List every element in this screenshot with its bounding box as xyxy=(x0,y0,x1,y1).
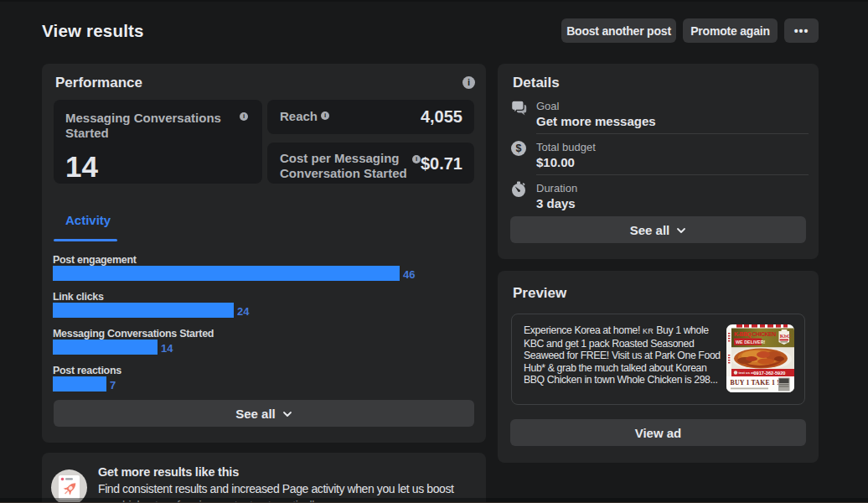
svg-text:WE DELIVER!: WE DELIVER! xyxy=(736,340,766,345)
svg-text:text us at: text us at xyxy=(739,371,755,375)
svg-text:$: $ xyxy=(516,143,522,154)
svg-text:CHICKEN: CHICKEN xyxy=(752,331,777,337)
svg-text:BUY 1 TAKE 1 !: BUY 1 TAKE 1 ! xyxy=(731,379,780,386)
svg-text:K-BBQ: K-BBQ xyxy=(734,331,752,338)
svg-text:KbC: KbC xyxy=(780,333,791,339)
svg-text:0917-362-5920: 0917-362-5920 xyxy=(754,371,786,376)
